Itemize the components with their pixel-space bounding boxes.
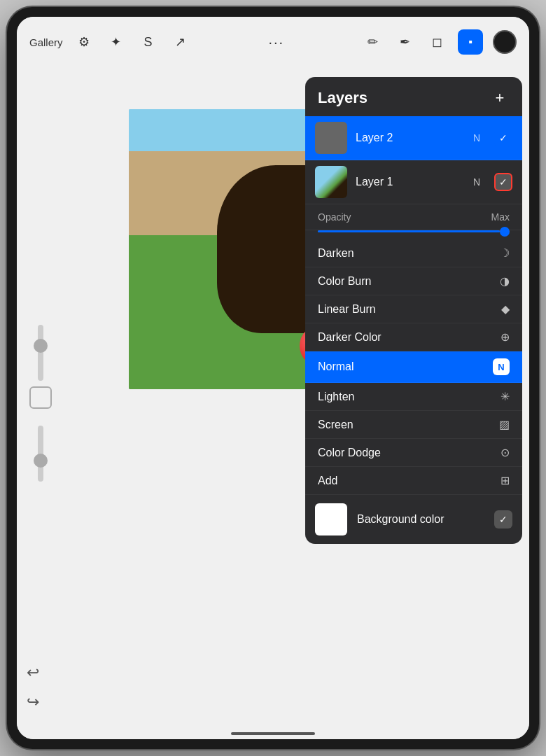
blend-add-label: Add bbox=[318, 475, 337, 487]
layer-item-1[interactable]: Layer 1 N ✓ bbox=[305, 160, 522, 204]
opacity-bar-fill bbox=[318, 230, 500, 232]
layer-2-thumbnail bbox=[315, 122, 347, 154]
blend-linear-burn-label: Linear Burn bbox=[318, 303, 376, 316]
layers-panel: Layers + Layer 2 N ✓ Layer 1 N ✓ bbox=[305, 77, 522, 544]
redo-icon[interactable]: ↪ bbox=[27, 693, 39, 711]
blend-normal-label: Normal bbox=[318, 360, 354, 373]
layer-1-visibility[interactable]: ✓ bbox=[494, 173, 512, 191]
blend-darker-color-label: Darker Color bbox=[318, 331, 382, 344]
layers-icon: ▪ bbox=[468, 36, 472, 48]
blend-darken-icon: ☽ bbox=[500, 246, 510, 260]
blend-color-dodge-icon: ⊙ bbox=[500, 446, 510, 459]
blend-darker-color-icon: ⊕ bbox=[500, 330, 510, 344]
selection-icon[interactable]: S bbox=[137, 31, 160, 53]
blend-modes-list: Darken ☽ Color Burn ◑ Linear Burn ◆ Dark… bbox=[305, 239, 522, 495]
blend-lighten-label: Lighten bbox=[318, 391, 355, 403]
blend-normal-icon: N bbox=[493, 358, 510, 375]
blend-mode-normal[interactable]: Normal N bbox=[305, 351, 522, 383]
background-color-label: Background color bbox=[357, 513, 484, 526]
layers-panel-button[interactable]: ▪ bbox=[458, 29, 483, 55]
top-bar-right: ✏ ✒ ◻ ▪ bbox=[361, 29, 517, 55]
layer-item-2[interactable]: Layer 2 N ✓ bbox=[305, 116, 522, 160]
blend-mode-screen[interactable]: Screen ▨ bbox=[305, 411, 522, 439]
blend-darken-label: Darken bbox=[318, 247, 354, 260]
background-color-row[interactable]: Background color ✓ bbox=[305, 495, 522, 544]
adjust-icon[interactable]: ✦ bbox=[105, 31, 127, 53]
color-square[interactable] bbox=[29, 386, 52, 409]
eraser-tool-icon[interactable]: ◻ bbox=[426, 31, 448, 53]
blend-color-burn-icon: ◑ bbox=[500, 274, 510, 288]
layers-panel-title: Layers bbox=[318, 89, 368, 107]
tablet-frame: Gallery ⚙ ✦ S ↗ ··· ✏ ✒ ◻ ▪ bbox=[7, 7, 539, 749]
pen-tool-icon[interactable]: ✏ bbox=[361, 31, 384, 53]
blend-color-dodge-label: Color Dodge bbox=[318, 447, 381, 459]
opacity-row: Opacity Max bbox=[305, 204, 522, 230]
add-layer-button[interactable]: + bbox=[490, 88, 510, 108]
tablet-screen: Gallery ⚙ ✦ S ↗ ··· ✏ ✒ ◻ ▪ bbox=[17, 17, 529, 739]
opacity-thumb[interactable] bbox=[34, 454, 48, 468]
blend-linear-burn-icon: ◆ bbox=[501, 302, 510, 316]
blend-mode-darken[interactable]: Darken ☽ bbox=[305, 239, 522, 267]
blend-screen-icon: ▨ bbox=[499, 418, 510, 431]
opacity-label: Opacity bbox=[318, 211, 351, 223]
opacity-bar-container[interactable] bbox=[305, 230, 522, 239]
blend-mode-add[interactable]: Add ⊞ bbox=[305, 467, 522, 495]
transform-icon[interactable]: ↗ bbox=[169, 31, 192, 53]
background-color-visibility[interactable]: ✓ bbox=[494, 510, 512, 528]
blend-add-icon: ⊞ bbox=[500, 474, 510, 487]
opacity-bar[interactable] bbox=[318, 230, 510, 232]
layer-2-mode: N bbox=[473, 132, 480, 144]
layers-panel-header: Layers + bbox=[305, 77, 522, 116]
undo-icon[interactable]: ↩ bbox=[27, 664, 39, 682]
blend-mode-lighten[interactable]: Lighten ✳ bbox=[305, 383, 522, 411]
top-bar-center: ··· bbox=[192, 34, 361, 50]
layer-2-name: Layer 2 bbox=[356, 132, 465, 144]
blend-screen-label: Screen bbox=[318, 419, 354, 431]
brush-size-thumb[interactable] bbox=[34, 339, 48, 353]
opacity-slider[interactable] bbox=[38, 426, 43, 482]
canvas-area: ↩ ↪ Layers + bbox=[17, 67, 529, 739]
wrench-icon[interactable]: ⚙ bbox=[73, 31, 95, 53]
ink-tool-icon[interactable]: ✒ bbox=[393, 31, 416, 53]
top-bar: Gallery ⚙ ✦ S ↗ ··· ✏ ✒ ◻ ▪ bbox=[17, 17, 529, 67]
brush-size-slider[interactable] bbox=[38, 325, 43, 381]
layer-1-name: Layer 1 bbox=[356, 176, 465, 188]
top-bar-left: Gallery ⚙ ✦ S ↗ bbox=[29, 31, 192, 53]
blend-mode-darker-color[interactable]: Darker Color ⊕ bbox=[305, 323, 522, 351]
gallery-button[interactable]: Gallery bbox=[29, 36, 63, 48]
blend-mode-color-dodge[interactable]: Color Dodge ⊙ bbox=[305, 439, 522, 467]
undo-redo-area: ↩ ↪ bbox=[27, 664, 39, 711]
more-options-button[interactable]: ··· bbox=[268, 34, 284, 50]
opacity-value: Max bbox=[491, 211, 510, 223]
layer-1-mode: N bbox=[473, 176, 480, 188]
color-picker[interactable] bbox=[493, 30, 517, 54]
opacity-bar-thumb[interactable] bbox=[500, 227, 510, 237]
layer-1-thumbnail bbox=[315, 166, 347, 198]
blend-lighten-icon: ✳ bbox=[500, 390, 510, 403]
blend-color-burn-label: Color Burn bbox=[318, 275, 371, 288]
home-indicator bbox=[231, 732, 315, 735]
left-sidebar bbox=[17, 67, 64, 739]
blend-mode-color-burn[interactable]: Color Burn ◑ bbox=[305, 267, 522, 295]
blend-mode-linear-burn[interactable]: Linear Burn ◆ bbox=[305, 295, 522, 323]
background-color-swatch[interactable] bbox=[315, 503, 347, 536]
layer-2-visibility[interactable]: ✓ bbox=[494, 129, 512, 147]
